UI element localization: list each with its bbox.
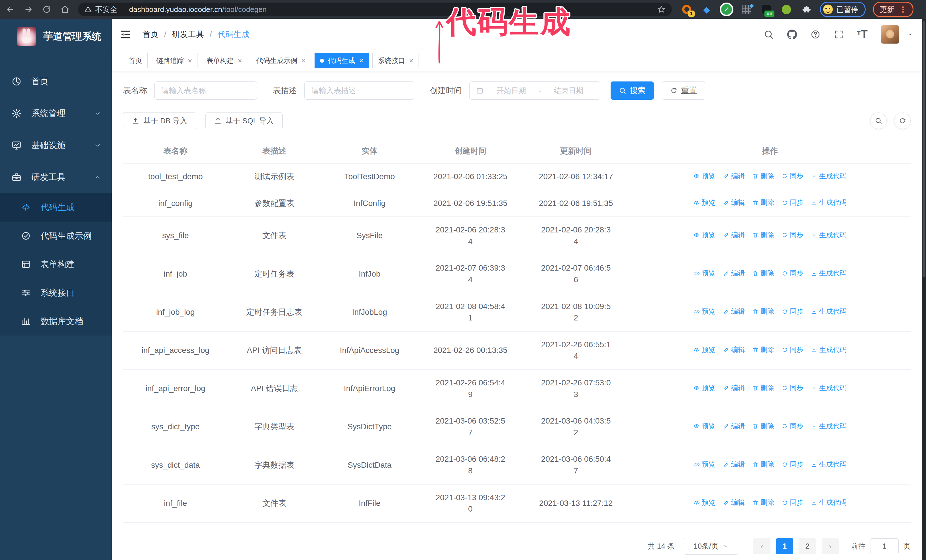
action-预览[interactable]: 预览 — [693, 421, 716, 431]
tag-close-icon[interactable]: × — [238, 57, 242, 64]
action-生成代码[interactable]: 生成代码 — [811, 306, 846, 317]
action-生成代码[interactable]: 生成代码 — [811, 198, 846, 208]
puzzle-extensions-icon[interactable] — [800, 3, 813, 16]
sidebar-item-研发工具[interactable]: 研发工具 — [0, 161, 112, 193]
browser-back-button[interactable] — [2, 3, 18, 16]
reset-button[interactable]: 重置 — [662, 82, 705, 100]
chevron-down-icon[interactable] — [907, 31, 914, 38]
action-编辑[interactable]: 编辑 — [723, 421, 745, 431]
date-range-picker[interactable]: 开始日期 - 结束日期 — [469, 82, 600, 100]
toggle-search-button[interactable] — [870, 113, 887, 129]
next-page-button[interactable]: › — [822, 538, 839, 554]
action-预览[interactable]: 预览 — [693, 459, 716, 469]
tag-代码生成示例[interactable]: 代码生成示例× — [251, 53, 311, 68]
scrollbar-thumb[interactable] — [923, 21, 925, 278]
action-编辑[interactable]: 编辑 — [723, 459, 745, 469]
action-删除[interactable]: 删除 — [752, 306, 774, 317]
goto-page-input[interactable] — [870, 538, 899, 554]
action-同步[interactable]: 同步 — [782, 230, 803, 240]
action-生成代码[interactable]: 生成代码 — [811, 345, 846, 355]
action-编辑[interactable]: 编辑 — [723, 498, 745, 507]
sidebar-subitem-表单构建[interactable]: 表单构建 — [0, 250, 112, 279]
github-icon[interactable] — [787, 29, 797, 39]
action-同步[interactable]: 同步 — [782, 383, 803, 393]
action-同步[interactable]: 同步 — [782, 421, 803, 431]
action-编辑[interactable]: 编辑 — [723, 268, 745, 278]
action-删除[interactable]: 删除 — [752, 421, 774, 431]
import-sql-button[interactable]: 基于 SQL 导入 — [206, 112, 283, 129]
action-预览[interactable]: 预览 — [693, 306, 716, 317]
tag-首页[interactable]: 首页 — [123, 53, 148, 68]
help-icon[interactable] — [810, 29, 820, 39]
action-同步[interactable]: 同步 — [782, 268, 803, 278]
breadcrumb-item[interactable]: 研发工具 — [172, 29, 204, 40]
table-name-input[interactable] — [154, 82, 257, 100]
sidebar-toggle-icon[interactable] — [120, 29, 131, 40]
page-button-2[interactable]: 2 — [799, 538, 816, 554]
sidebar-subitem-代码生成示例[interactable]: 代码生成示例 — [0, 222, 112, 250]
search-icon[interactable] — [764, 29, 774, 39]
browser-home-button[interactable] — [57, 3, 73, 16]
tag-close-icon[interactable]: × — [188, 57, 192, 64]
action-生成代码[interactable]: 生成代码 — [811, 421, 846, 431]
tag-close-icon[interactable]: × — [359, 57, 363, 64]
tag-代码生成[interactable]: 代码生成× — [315, 53, 369, 68]
action-预览[interactable]: 预览 — [693, 383, 716, 393]
prev-page-button[interactable]: ‹ — [754, 538, 770, 554]
avatar[interactable] — [881, 25, 899, 44]
action-删除[interactable]: 删除 — [752, 230, 774, 240]
action-同步[interactable]: 同步 — [782, 498, 803, 507]
tag-系统接口[interactable]: 系统接口× — [372, 53, 419, 68]
action-删除[interactable]: 删除 — [752, 171, 774, 181]
action-编辑[interactable]: 编辑 — [723, 306, 745, 317]
sidebar-logo-row[interactable]: 芋道管理系统 — [0, 19, 112, 54]
grid-extension[interactable]: ◆ — [740, 3, 753, 16]
tag-close-icon[interactable]: × — [409, 57, 413, 64]
sidebar-item-基础设施[interactable]: 基础设施 — [0, 129, 112, 161]
action-编辑[interactable]: 编辑 — [723, 198, 745, 208]
action-生成代码[interactable]: 生成代码 — [811, 383, 846, 393]
page-size-select[interactable]: 10条/页 — [684, 538, 738, 555]
green-check-extension[interactable]: ✓ — [720, 3, 733, 16]
action-同步[interactable]: 同步 — [782, 171, 803, 181]
breadcrumb-item[interactable]: 首页 — [142, 29, 159, 40]
refresh-button[interactable] — [894, 113, 911, 129]
action-生成代码[interactable]: 生成代码 — [811, 171, 846, 181]
table-desc-input[interactable] — [304, 82, 414, 100]
action-编辑[interactable]: 编辑 — [723, 230, 745, 240]
address-bar[interactable]: 不安全 dashboard.yudao.iocoder.cn/tool/code… — [78, 3, 672, 16]
sidebar-subitem-系统接口[interactable]: 系统接口 — [0, 279, 112, 307]
action-删除[interactable]: 删除 — [752, 383, 774, 393]
tag-链路追踪[interactable]: 链路追踪× — [151, 53, 197, 68]
browser-forward-button[interactable] — [21, 3, 36, 16]
breadcrumb-item[interactable]: 代码生成 — [218, 29, 250, 40]
action-生成代码[interactable]: 生成代码 — [811, 498, 846, 507]
blue-gem-extension[interactable]: ◆ — [701, 3, 713, 16]
action-预览[interactable]: 预览 — [693, 268, 716, 278]
scrollbar[interactable] — [922, 19, 926, 560]
fullscreen-icon[interactable] — [834, 29, 844, 39]
tag-close-icon[interactable]: × — [301, 57, 306, 64]
action-生成代码[interactable]: 生成代码 — [811, 268, 846, 278]
action-生成代码[interactable]: 生成代码 — [811, 459, 846, 469]
orange-circle-extension[interactable]: 1 — [680, 3, 693, 16]
browser-reload-button[interactable] — [39, 3, 55, 16]
page-button-1[interactable]: 1 — [776, 538, 793, 554]
profile-chip[interactable]: 已暂停 — [820, 2, 865, 17]
search-button[interactable]: 搜索 — [611, 82, 654, 100]
action-预览[interactable]: 预览 — [693, 171, 716, 181]
action-同步[interactable]: 同步 — [782, 345, 803, 355]
sidebar-subitem-代码生成[interactable]: 代码生成 — [0, 193, 112, 222]
dark-extension[interactable]: on — [760, 3, 773, 16]
sidebar-item-首页[interactable]: 首页 — [0, 65, 112, 97]
action-同步[interactable]: 同步 — [782, 198, 803, 208]
action-生成代码[interactable]: 生成代码 — [811, 230, 846, 240]
action-删除[interactable]: 删除 — [752, 198, 774, 208]
action-预览[interactable]: 预览 — [693, 498, 716, 507]
action-预览[interactable]: 预览 — [693, 345, 716, 355]
font-size-icon[interactable]: тT — [857, 28, 868, 41]
kebab-menu-icon[interactable]: ⋮ — [899, 5, 907, 14]
action-删除[interactable]: 删除 — [752, 268, 774, 278]
action-删除[interactable]: 删除 — [752, 345, 774, 355]
action-预览[interactable]: 预览 — [693, 198, 716, 208]
